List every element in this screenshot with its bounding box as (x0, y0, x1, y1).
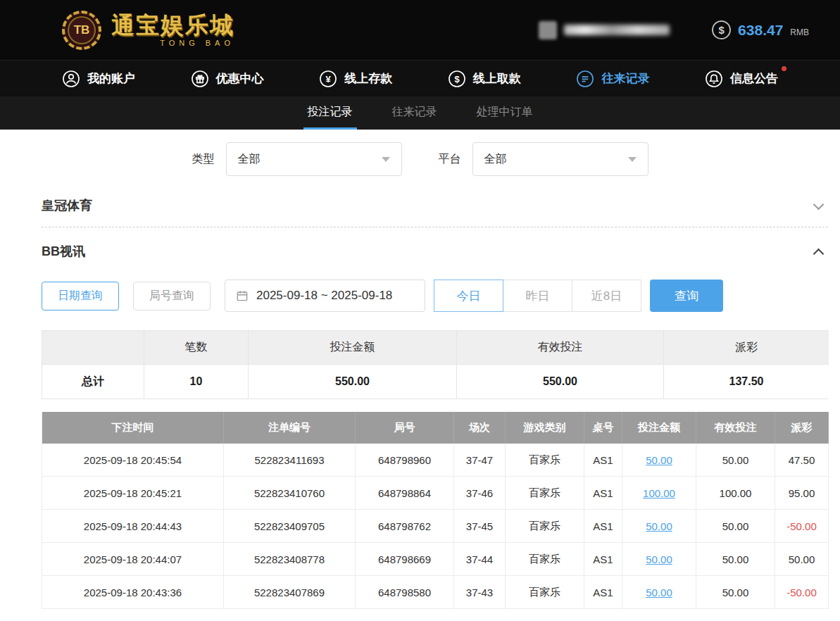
summary-payout: 137.50 (664, 365, 829, 399)
cell-table-no: AS1 (584, 444, 622, 477)
content-area: 皇冠体育 BB视讯 日期查询 局号查询 2025-09-18 ~ 2025-09… (42, 183, 828, 609)
tab-transaction-records[interactable]: 往来记录 (388, 96, 441, 130)
col-header-round: 局号 (356, 412, 454, 444)
nav-item-announcements[interactable]: 信息公告 (705, 70, 778, 88)
cell-payout: 95.00 (775, 477, 829, 510)
summary-header-blank (42, 331, 144, 365)
type-select[interactable]: 全部 (226, 142, 402, 176)
cell-table-no: AS1 (584, 576, 622, 609)
nav-item-deposit[interactable]: ¥ 线上存款 (319, 70, 392, 88)
balance-amount: 638.47 (738, 20, 783, 39)
nav-label: 线上存款 (344, 70, 392, 87)
summary-table: 笔数 投注金额 有效投注 派彩 总计 10 550.00 550.00 137.… (42, 330, 828, 399)
cell-payout: -50.00 (775, 510, 829, 543)
notification-dot (782, 66, 786, 71)
cell-game-type: 百家乐 (506, 576, 584, 609)
platform-select-value: 全部 (484, 152, 507, 167)
bell-icon (705, 70, 723, 88)
date-query-button[interactable]: 日期查询 (42, 282, 119, 310)
chevron-down-icon (813, 199, 825, 210)
col-header-game-type: 游戏类别 (506, 412, 584, 444)
today-button[interactable]: 今日 (434, 280, 503, 312)
nav-label: 往来记录 (601, 70, 649, 87)
type-label: 类型 (192, 152, 215, 167)
bet-amount-link[interactable]: 50.00 (622, 543, 696, 576)
calendar-icon (235, 289, 249, 303)
col-header-time: 下注时间 (42, 412, 224, 444)
col-header-bet-amount: 投注金额 (622, 412, 696, 444)
cell-session: 37-45 (454, 510, 506, 543)
user-area: $ 638.47 RMB (539, 20, 809, 39)
col-header-bet-id: 注单编号 (224, 412, 356, 444)
nav-item-my-account[interactable]: 我的账户 (62, 70, 135, 88)
logo-title: 通宝娱乐城 (111, 13, 234, 37)
tab-bet-records[interactable]: 投注记录 (303, 96, 357, 130)
platform-select[interactable]: 全部 (472, 142, 648, 176)
nav-item-records[interactable]: 往来记录 (576, 70, 649, 88)
balance: $ 638.47 RMB (712, 20, 809, 39)
cell-session: 37-43 (454, 576, 506, 609)
gift-icon (191, 70, 209, 88)
summary-valid-bet: 550.00 (457, 365, 664, 399)
col-header-session: 场次 (454, 412, 506, 444)
cell-round: 648798580 (356, 576, 454, 609)
main-content: 类型 全部 平台 全部 皇冠体育 BB视讯 日期查询 局号查询 (0, 142, 840, 609)
last-8-days-button[interactable]: 近8日 (572, 280, 641, 312)
cell-valid-bet: 100.00 (696, 477, 775, 510)
chevron-down-icon (382, 157, 390, 162)
logo-chip-text: TB (74, 23, 90, 37)
cell-table-no: AS1 (584, 510, 622, 543)
date-range-value: 2025-09-18 ~ 2025-09-18 (256, 289, 392, 303)
user-icon (62, 70, 80, 88)
summary-header-count: 笔数 (144, 331, 249, 365)
nav-label: 信息公告 (730, 70, 778, 87)
cell-round: 648798864 (356, 477, 454, 510)
cell-round: 648798960 (356, 444, 454, 477)
record-subtabs: 投注记录 往来记录 处理中订单 (0, 96, 840, 130)
logo-text: 通宝娱乐城 TONG BAO (111, 13, 234, 47)
nav-item-promotions[interactable]: 优惠中心 (191, 70, 264, 88)
cell-valid-bet: 50.00 (696, 576, 775, 609)
query-bar: 日期查询 局号查询 2025-09-18 ~ 2025-09-18 今日 昨日 … (42, 280, 828, 312)
section-crown-sports[interactable]: 皇冠体育 (42, 183, 828, 224)
record-icon (576, 70, 594, 88)
bet-amount-link[interactable]: 50.00 (622, 576, 696, 609)
cell-payout: -50.00 (775, 576, 829, 609)
cell-payout: 47.50 (775, 444, 829, 477)
round-query-button[interactable]: 局号查询 (133, 282, 211, 310)
yesterday-button[interactable]: 昨日 (503, 280, 572, 312)
svg-text:$: $ (454, 73, 460, 84)
nav-label: 优惠中心 (216, 70, 264, 87)
svg-text:¥: ¥ (326, 73, 332, 84)
platform-label: 平台 (439, 152, 461, 167)
cell-valid-bet: 50.00 (696, 510, 775, 543)
bet-records-table: 下注时间 注单编号 局号 场次 游戏类别 桌号 投注金额 有效投注 派彩 202… (42, 412, 828, 609)
cell-table-no: AS1 (584, 477, 622, 510)
dollar-circle-icon: $ (712, 20, 731, 39)
balance-currency: RMB (790, 28, 809, 37)
section-title: 皇冠体育 (42, 197, 92, 214)
search-button[interactable]: 查询 (650, 280, 723, 312)
section-bb-video[interactable]: BB视讯 (42, 229, 828, 270)
site-logo[interactable]: TB 通宝娱乐城 TONG BAO (62, 11, 234, 50)
top-header: TB 通宝娱乐城 TONG BAO $ 638.47 RMB (0, 0, 840, 60)
cell-game-type: 百家乐 (506, 477, 584, 510)
cell-time: 2025-09-18 20:45:21 (42, 477, 224, 510)
summary-count: 10 (144, 365, 249, 399)
tab-pending-orders[interactable]: 处理中订单 (472, 96, 537, 130)
nav-item-withdraw[interactable]: $ 线上取款 (448, 70, 521, 88)
bet-amount-link[interactable]: 50.00 (622, 444, 696, 477)
bet-amount-link[interactable]: 100.00 (622, 477, 696, 510)
cell-bet-id: 522823408778 (224, 543, 356, 576)
cell-valid-bet: 50.00 (696, 444, 775, 477)
cell-session: 37-44 (454, 543, 506, 576)
bet-amount-link[interactable]: 50.00 (622, 510, 696, 543)
cell-valid-bet: 50.00 (696, 543, 775, 576)
summary-bet-amount: 550.00 (249, 365, 457, 399)
date-range-input[interactable]: 2025-09-18 ~ 2025-09-18 (225, 280, 425, 312)
cell-round: 648798762 (356, 510, 454, 543)
quick-date-group: 今日 昨日 近8日 (434, 280, 641, 312)
cell-time: 2025-09-18 20:45:54 (42, 444, 224, 477)
cell-bet-id: 522823410760 (224, 477, 356, 510)
summary-header-bet-amount: 投注金额 (249, 331, 457, 365)
